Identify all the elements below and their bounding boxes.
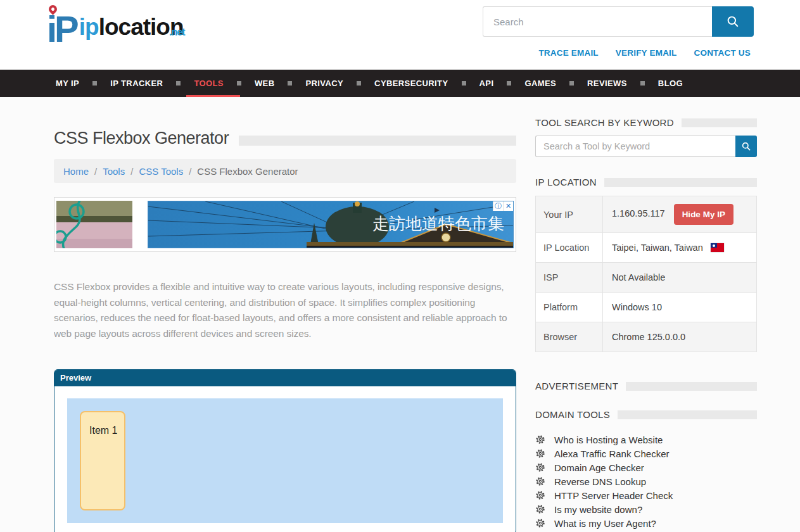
row-value: 1.160.95.117 Hide My IP bbox=[603, 196, 757, 233]
gear-icon bbox=[535, 490, 545, 500]
nav-separator bbox=[357, 81, 361, 86]
domain-tool-label: Is my website down? bbox=[554, 504, 642, 515]
breadcrumb-separator: / bbox=[94, 166, 97, 177]
hide-my-ip-button[interactable]: Hide My IP bbox=[674, 204, 733, 225]
site-search-input[interactable] bbox=[483, 6, 712, 37]
row-value: Not Available bbox=[603, 263, 757, 293]
ad-close-icon[interactable]: ✕ bbox=[503, 201, 513, 211]
preview-panel-header: Preview bbox=[54, 370, 516, 386]
domain-tool-label: HTTP Server Header Check bbox=[554, 490, 673, 501]
breadcrumb-separator: / bbox=[189, 166, 191, 177]
heading-decorative-bar bbox=[682, 118, 757, 127]
domain-tool-who-is-hosting[interactable]: Who is Hosting a Website bbox=[535, 433, 757, 446]
row-label: Your IP bbox=[536, 196, 603, 233]
breadcrumb-tools[interactable]: Tools bbox=[103, 166, 125, 177]
breadcrumb-css-tools[interactable]: CSS Tools bbox=[139, 166, 183, 177]
breadcrumb: Home / Tools / CSS Tools / CSS Flexbox G… bbox=[54, 159, 516, 183]
row-label: Browser bbox=[536, 322, 603, 352]
table-row-isp: ISP Not Available bbox=[536, 263, 757, 293]
logo-monogram: iP bbox=[47, 6, 77, 52]
table-row-ip-location: IP Location Taipei, Taiwan, Taiwan bbox=[536, 233, 757, 263]
advertisement-heading: ADVERTISEMENT bbox=[535, 381, 757, 391]
nav-item-ip-tracker[interactable]: IP TRACKER bbox=[110, 70, 163, 97]
site-search bbox=[483, 6, 754, 37]
row-label: ISP bbox=[536, 263, 603, 293]
ad-banner[interactable]: 走訪地道特色市集 ⓘ ✕ bbox=[54, 197, 516, 252]
nav-item-games[interactable]: GAMES bbox=[524, 70, 556, 97]
nav-item-privacy[interactable]: PRIVACY bbox=[305, 70, 343, 97]
tool-search bbox=[535, 136, 757, 157]
taiwan-flag-icon bbox=[711, 243, 724, 252]
tool-search-heading: TOOL SEARCH BY KEYWORD bbox=[535, 117, 757, 128]
nav-separator bbox=[176, 81, 181, 86]
contact-us-link[interactable]: CONTACT US bbox=[694, 48, 751, 58]
header-quick-links: TRACE EMAIL VERIFY EMAIL CONTACT US bbox=[538, 48, 751, 58]
verify-email-link[interactable]: VERIFY EMAIL bbox=[616, 48, 677, 58]
nav-separator bbox=[507, 81, 511, 86]
nav-item-tools[interactable]: TOOLS bbox=[194, 70, 224, 97]
title-row: CSS Flexbox Generator bbox=[54, 129, 516, 148]
heading-decorative-bar bbox=[626, 382, 757, 391]
page-title: CSS Flexbox Generator bbox=[54, 129, 229, 148]
gear-icon bbox=[535, 518, 545, 528]
ip-location-heading: IP LOCATION bbox=[535, 177, 757, 187]
tool-search-button[interactable] bbox=[735, 136, 757, 157]
heading-decorative-bar bbox=[618, 410, 757, 419]
breadcrumb-home[interactable]: Home bbox=[63, 166, 89, 177]
flex-preview-container: Item 1 bbox=[67, 398, 503, 523]
nav-item-web[interactable]: WEB bbox=[255, 70, 275, 97]
nav-item-blog[interactable]: BLOG bbox=[658, 70, 683, 97]
gear-icon bbox=[535, 434, 545, 445]
row-value: Chrome 125.0.0.0 bbox=[603, 322, 757, 352]
nav-item-reviews[interactable]: REVIEWS bbox=[587, 70, 627, 97]
nav-separator bbox=[569, 81, 574, 86]
table-row-platform: Platform Windows 10 bbox=[536, 293, 757, 322]
table-row-browser: Browser Chrome 125.0.0.0 bbox=[536, 322, 757, 352]
logo-word-ip: ip bbox=[79, 14, 99, 40]
site-search-button[interactable] bbox=[712, 6, 754, 37]
title-decorative-bar bbox=[239, 136, 516, 146]
domain-tools-heading-text: DOMAIN TOOLS bbox=[535, 409, 610, 420]
domain-tool-http-header[interactable]: HTTP Server Header Check bbox=[535, 488, 757, 502]
nav-separator bbox=[288, 81, 292, 86]
preview-panel: Preview Item 1 bbox=[54, 369, 516, 532]
domain-tool-reverse-dns[interactable]: Reverse DNS Lookup bbox=[535, 474, 757, 488]
preview-panel-body: Item 1 bbox=[54, 386, 516, 532]
domain-tool-alexa-rank[interactable]: Alexa Traffic Rank Checker bbox=[535, 446, 757, 460]
ad-info-icon[interactable]: ⓘ bbox=[493, 201, 503, 211]
domain-tool-website-down[interactable]: Is my website down? bbox=[535, 502, 757, 516]
domain-tools-heading: DOMAIN TOOLS bbox=[535, 409, 757, 420]
domain-tools-list: Who is Hosting a Website Alexa Traffic R… bbox=[535, 433, 757, 530]
logo-mark-text: iP bbox=[47, 8, 77, 49]
search-icon bbox=[726, 15, 740, 28]
tool-search-input[interactable] bbox=[535, 136, 735, 157]
advertisement-heading-text: ADVERTISEMENT bbox=[535, 381, 618, 391]
row-label: IP Location bbox=[536, 233, 603, 263]
ad-overlay-text: 走訪地道特色市集 bbox=[372, 214, 504, 233]
top-header: iP iplocation .net TRACE EMAIL VERIFY EM… bbox=[0, 0, 800, 70]
ad-image-landscape[interactable] bbox=[56, 201, 132, 248]
ad-image-building[interactable]: 走訪地道特色市集 ⓘ ✕ bbox=[148, 201, 514, 248]
main-navigation: MY IP IP TRACKER TOOLS WEB PRIVACY CYBER… bbox=[0, 70, 800, 97]
row-label: Platform bbox=[536, 293, 603, 322]
gear-icon bbox=[535, 448, 545, 459]
domain-tool-label: Who is Hosting a Website bbox=[554, 434, 663, 445]
nav-item-cybersecurity[interactable]: CYBERSECURITY bbox=[374, 70, 448, 97]
nav-item-api[interactable]: API bbox=[479, 70, 494, 97]
ip-address: 1.160.95.117 bbox=[612, 208, 665, 218]
tool-search-heading-text: TOOL SEARCH BY KEYWORD bbox=[535, 117, 674, 128]
row-value: Windows 10 bbox=[603, 293, 757, 322]
ip-location-heading-text: IP LOCATION bbox=[535, 177, 597, 187]
site-logo[interactable]: iP iplocation .net bbox=[47, 6, 184, 52]
domain-tool-user-agent[interactable]: What is my User Agent? bbox=[535, 516, 757, 530]
nav-item-my-ip[interactable]: MY IP bbox=[56, 70, 79, 97]
gear-icon bbox=[535, 462, 545, 472]
domain-tool-label: Alexa Traffic Rank Checker bbox=[554, 448, 669, 459]
nav-separator bbox=[237, 81, 241, 86]
flex-preview-item-1: Item 1 bbox=[80, 411, 125, 510]
nav-separator bbox=[462, 81, 466, 86]
page-content: CSS Flexbox Generator Home / Tools / CSS… bbox=[0, 97, 800, 532]
trace-email-link[interactable]: TRACE EMAIL bbox=[538, 48, 598, 58]
domain-tool-domain-age[interactable]: Domain Age Checker bbox=[535, 460, 757, 474]
domain-tool-label: Domain Age Checker bbox=[554, 462, 644, 473]
